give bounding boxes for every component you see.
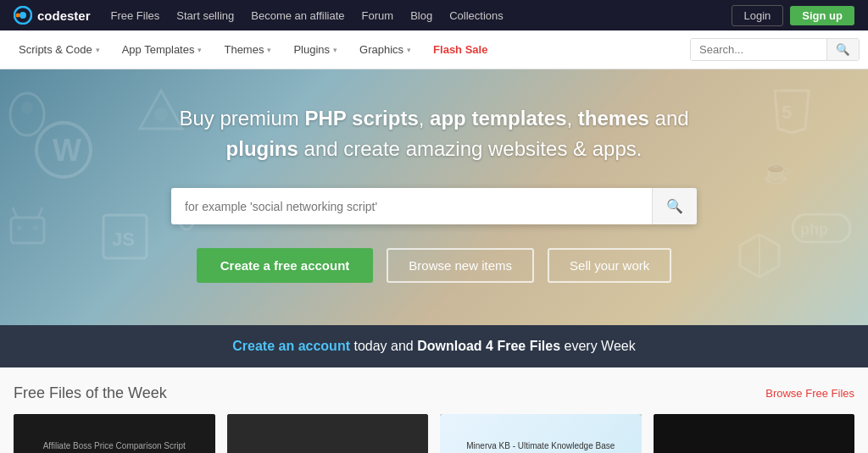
file-card-0[interactable]: Affiliate Boss Price Comparison Script xyxy=(14,414,215,453)
svg-text:JS: JS xyxy=(112,229,135,250)
hero-section: W 5 ☕ php JS xyxy=(0,69,868,325)
app-templates-caret-icon: ▾ xyxy=(198,46,202,54)
nav-link-become-affiliate[interactable]: Become an affiliate xyxy=(251,9,344,22)
svg-point-6 xyxy=(154,108,168,121)
logo[interactable]: codester xyxy=(14,6,91,25)
file-card-label-2: Minerva KB - Ultimate Knowledge Base xyxy=(463,438,618,453)
html5-bg-icon: 5 xyxy=(766,86,817,137)
top-nav-right: Login Sign up xyxy=(732,5,854,26)
svg-marker-5 xyxy=(140,91,182,129)
top-nav: codester Free Files Start selling Become… xyxy=(0,0,868,30)
scripts-code-caret-icon: ▾ xyxy=(96,46,100,54)
free-files-title: Free Files of the Week xyxy=(14,384,167,402)
svg-point-7 xyxy=(10,93,44,135)
svg-point-2 xyxy=(16,14,20,18)
nav-link-collections[interactable]: Collections xyxy=(449,9,504,22)
magento-bg-icon xyxy=(737,230,783,281)
nav-link-forum[interactable]: Forum xyxy=(362,9,394,22)
nav-app-templates[interactable]: App Templates ▾ xyxy=(112,30,213,69)
php-bg-icon: php xyxy=(792,213,851,243)
login-button[interactable]: Login xyxy=(732,5,784,26)
nav-link-free-files[interactable]: Free Files xyxy=(111,9,160,22)
file-card-label-3 xyxy=(750,443,757,450)
top-nav-links: Free Files Start selling Become an affil… xyxy=(111,9,504,22)
svg-line-17 xyxy=(13,207,17,218)
svg-point-3 xyxy=(36,123,91,177)
hero-bold-plugins: plugins xyxy=(226,137,298,160)
banner-strip: Create an account today and Download 4 F… xyxy=(0,325,868,367)
banner-text-today: today and xyxy=(350,339,417,353)
nav-flash-sale-label: Flash Sale xyxy=(433,43,487,56)
hero-buttons: Create a free account Browse new items S… xyxy=(197,248,672,283)
file-card-inner-0: Affiliate Boss Price Comparison Script xyxy=(14,414,215,453)
plugins-caret-icon: ▾ xyxy=(333,46,337,54)
hero-bold-themes: themes xyxy=(578,107,649,130)
hero-bold-app-templates: app templates xyxy=(430,107,566,130)
nav-link-start-selling[interactable]: Start selling xyxy=(176,9,234,22)
svg-rect-14 xyxy=(103,215,147,258)
browse-free-files-link[interactable]: Browse Free Files xyxy=(765,387,854,400)
js-bg-icon: JS xyxy=(102,213,148,260)
file-card-label-0: Affiliate Boss Price Comparison Script xyxy=(40,438,189,453)
svg-text:5: 5 xyxy=(782,102,792,123)
svg-text:☕: ☕ xyxy=(762,157,792,185)
svg-point-19 xyxy=(17,225,22,230)
nav-graphics[interactable]: Graphics ▾ xyxy=(349,30,421,69)
nav-scripts-code-label: Scripts & Code xyxy=(19,43,92,56)
svg-line-18 xyxy=(38,207,42,218)
search-icon: 🔍 xyxy=(666,199,683,213)
free-files-header: Free Files of the Week Browse Free Files xyxy=(14,384,854,402)
svg-rect-12 xyxy=(793,214,850,242)
drupal-bg-icon xyxy=(4,91,51,137)
svg-point-20 xyxy=(33,225,38,230)
banner-text-week: every Week xyxy=(560,339,636,353)
header-search-button[interactable]: 🔍 xyxy=(826,39,859,60)
nav-themes-label: Themes xyxy=(224,43,264,56)
graphics-caret-icon: ▾ xyxy=(407,46,411,54)
file-card-inner-3 xyxy=(654,414,855,453)
browse-items-button[interactable]: Browse new items xyxy=(387,248,534,283)
free-files-grid: Affiliate Boss Price Comparison Script M… xyxy=(14,414,854,453)
nav-plugins[interactable]: Plugins ▾ xyxy=(283,30,348,69)
logo-icon xyxy=(14,6,32,25)
hero-headline: Buy premium PHP scripts, app templates, … xyxy=(179,103,688,164)
logo-text: codester xyxy=(37,8,91,23)
themes-caret-icon: ▾ xyxy=(267,46,271,54)
file-card-1[interactable] xyxy=(227,414,429,453)
file-card-inner-2: Minerva KB - Ultimate Knowledge Base xyxy=(440,414,642,453)
top-nav-left: codester Free Files Start selling Become… xyxy=(14,6,504,25)
svg-rect-16 xyxy=(11,218,44,243)
hero-search-box: 🔍 xyxy=(171,188,697,224)
svg-point-8 xyxy=(21,102,33,113)
hero-search-input[interactable] xyxy=(171,188,652,224)
svg-marker-9 xyxy=(775,91,809,133)
create-account-button[interactable]: Create a free account xyxy=(197,248,374,283)
nav-scripts-code[interactable]: Scripts & Code ▾ xyxy=(8,30,110,69)
file-card-3[interactable] xyxy=(654,414,855,453)
sell-work-button[interactable]: Sell your work xyxy=(548,248,671,283)
banner-create-account-link[interactable]: Create an account xyxy=(232,339,350,353)
header-search-box: 🔍 xyxy=(690,38,860,61)
free-files-section: Free Files of the Week Browse Free Files… xyxy=(0,367,868,453)
file-card-2[interactable]: Minerva KB - Ultimate Knowledge Base xyxy=(440,414,642,453)
nav-themes[interactable]: Themes ▾ xyxy=(214,30,281,69)
wordpress-bg-icon: W xyxy=(34,120,93,180)
banner-text-download: Download 4 Free Files xyxy=(417,339,560,353)
java-bg-icon: ☕ xyxy=(758,150,800,192)
file-card-label-1 xyxy=(324,443,331,450)
hero-bold-php: PHP scripts xyxy=(304,107,418,130)
file-card-inner-1 xyxy=(227,414,429,453)
nav-plugins-label: Plugins xyxy=(293,43,330,56)
hero-search-button[interactable]: 🔍 xyxy=(652,188,697,224)
nav-graphics-label: Graphics xyxy=(359,43,403,56)
svg-text:W: W xyxy=(53,133,81,168)
nav-link-blog[interactable]: Blog xyxy=(410,9,432,22)
second-nav: Scripts & Code ▾ App Templates ▾ Themes … xyxy=(0,30,868,69)
signup-button[interactable]: Sign up xyxy=(790,6,854,25)
header-search-input[interactable] xyxy=(691,39,826,60)
search-icon: 🔍 xyxy=(836,43,850,56)
android-bg-icon xyxy=(4,201,51,251)
nav-flash-sale[interactable]: Flash Sale xyxy=(423,30,498,69)
nav-app-templates-label: App Templates xyxy=(122,43,195,56)
svg-point-1 xyxy=(19,12,26,19)
